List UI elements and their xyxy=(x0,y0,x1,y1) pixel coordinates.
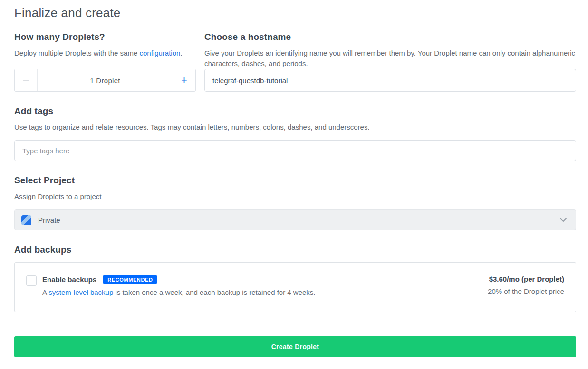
how-many-droplets-heading: How many Droplets? xyxy=(14,32,196,42)
page-title: Finalize and create xyxy=(14,6,576,20)
enable-backups-checkbox[interactable] xyxy=(26,275,37,286)
detail-prefix: A xyxy=(42,288,48,296)
add-backups-heading: Add backups xyxy=(14,245,576,255)
description-text: Deploy multiple Droplets with the same xyxy=(14,49,139,57)
project-select-dropdown[interactable]: Private xyxy=(14,209,576,230)
add-tags-heading: Add tags xyxy=(14,106,576,116)
increase-droplets-button[interactable]: + xyxy=(173,69,195,91)
backups-detail-text: A system-level backup is taken once a we… xyxy=(42,287,488,297)
choose-hostname-description: Give your Droplets an identifying name y… xyxy=(204,48,576,69)
droplet-count-value: 1 Droplet xyxy=(38,69,173,91)
decrease-droplets-button[interactable]: – xyxy=(15,69,38,91)
add-backups-section: Add backups Enable backups RECOMMENDED A… xyxy=(14,245,576,312)
tags-input[interactable] xyxy=(14,140,576,161)
hostname-input[interactable] xyxy=(204,69,576,92)
how-many-droplets-description: Deploy multiple Droplets with the same c… xyxy=(14,48,196,58)
select-project-description: Assign Droplets to a project xyxy=(14,191,576,202)
backups-price-note: 20% of the Droplet price xyxy=(488,287,564,295)
how-many-droplets-section: How many Droplets? Deploy multiple Dropl… xyxy=(14,32,196,92)
backups-price: $3.60/mo (per Droplet) xyxy=(488,275,564,283)
droplets-hostname-row: How many Droplets? Deploy multiple Dropl… xyxy=(14,32,576,92)
chevron-down-icon xyxy=(559,218,567,222)
backups-pricing: $3.60/mo (per Droplet) 20% of the Drople… xyxy=(488,275,564,295)
choose-hostname-section: Choose a hostname Give your Droplets an … xyxy=(204,32,576,92)
finalize-and-create-page: Finalize and create How many Droplets? D… xyxy=(0,0,588,369)
enable-backups-label: Enable backups xyxy=(42,275,96,284)
project-icon xyxy=(21,215,31,225)
selected-project-label: Private xyxy=(38,216,60,224)
backups-card: Enable backups RECOMMENDED A system-leve… xyxy=(14,262,576,312)
detail-suffix: is taken once a week, and each backup is… xyxy=(113,288,315,296)
add-tags-description: Use tags to organize and relate resource… xyxy=(14,122,576,132)
system-level-backup-link[interactable]: system-level backup xyxy=(48,288,113,296)
backups-info: Enable backups RECOMMENDED A system-leve… xyxy=(42,275,488,297)
configuration-link[interactable]: configuration xyxy=(139,49,180,57)
select-project-section: Select Project Assign Droplets to a proj… xyxy=(14,175,576,230)
create-droplet-button[interactable]: Create Droplet xyxy=(14,336,576,357)
droplet-count-stepper: – 1 Droplet + xyxy=(14,69,196,92)
description-period: . xyxy=(180,49,182,57)
backups-title-row: Enable backups RECOMMENDED xyxy=(42,275,488,284)
add-tags-section: Add tags Use tags to organize and relate… xyxy=(14,106,576,161)
choose-hostname-heading: Choose a hostname xyxy=(204,32,576,42)
recommended-badge: RECOMMENDED xyxy=(103,275,157,284)
select-project-heading: Select Project xyxy=(14,175,576,186)
